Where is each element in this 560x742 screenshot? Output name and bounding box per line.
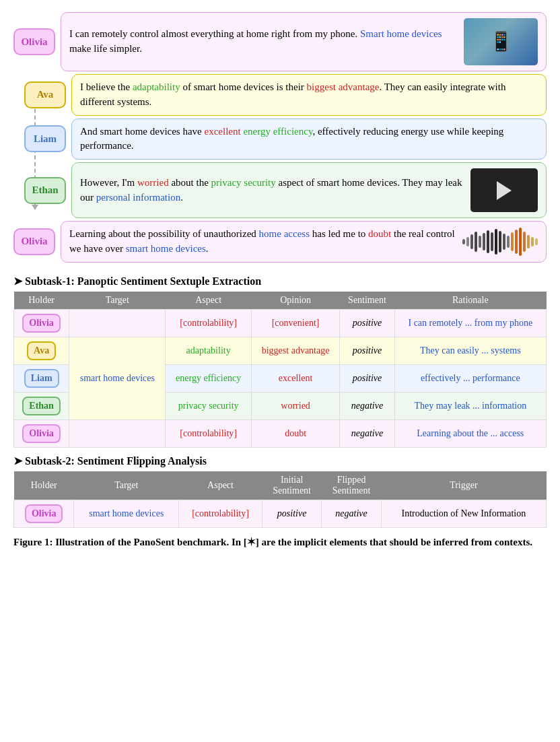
col-target-1: Target xyxy=(69,292,166,310)
col-aspect-1: Aspect xyxy=(166,292,251,310)
highlight-privacy-security: privacy security xyxy=(211,177,276,188)
rationale-s1-r5: Learning about the ... access xyxy=(394,419,546,447)
opinion-s1-r5: doubt xyxy=(251,419,339,447)
holder-olivia-s2: Olivia xyxy=(14,500,74,527)
subtask2-table: Holder Target Aspect InitialSentiment Fl… xyxy=(13,471,547,528)
subtask2-title: ➤ Subtask-2: Sentiment Flipping Analysis xyxy=(13,454,547,467)
table-row: Olivia smart home devices [controlabilit… xyxy=(14,500,547,527)
bubble-olivia2: Learning about the possibility of unauth… xyxy=(61,221,547,263)
opinion-s1-r4: worried xyxy=(251,392,339,419)
aspect-s1-r4: privacy security xyxy=(166,392,251,419)
subtask1-section: ➤ Subtask-1: Panoptic Sentiment Sextuple… xyxy=(13,275,547,448)
holder-ethan-s1: Ethan xyxy=(14,392,69,419)
avatar-ava1: Ava xyxy=(24,81,66,108)
subtask1-title: ➤ Subtask-1: Panoptic Sentiment Sextuple… xyxy=(13,275,547,288)
bubble-liam1: And smart home devices have excellent en… xyxy=(71,119,547,160)
aspect-s1-r3: energy efficiency xyxy=(166,364,251,392)
holder-olivia-s1-r1: Olivia xyxy=(14,309,69,337)
bubble-row-olivia1: Olivia I can remotely control almost eve… xyxy=(13,12,547,71)
subtask2-section: ➤ Subtask-2: Sentiment Flipping Analysis… xyxy=(13,454,547,528)
col-flipped-sentiment: FlippedSentiment xyxy=(322,471,381,500)
aspect-s1-r5: [controlability] xyxy=(166,419,251,447)
col-opinion-1: Opinion xyxy=(251,292,339,310)
bubble-row-ava1: Ava I believe the adaptability of smart … xyxy=(13,74,547,116)
wave-bar-3 xyxy=(470,234,473,249)
table-row: Olivia [controlability] [convenient] pos… xyxy=(14,309,547,337)
highlight-doubt: doubt xyxy=(368,228,391,239)
rationale-s1-r2: They can easily ... systems xyxy=(394,337,546,364)
wave-bar-14 xyxy=(515,230,518,254)
col-initial-sentiment: InitialSentiment xyxy=(262,471,321,500)
highlight-smart-home2: smart home devices xyxy=(126,243,206,254)
waveform xyxy=(462,228,538,256)
opinion-s1-r1: [convenient] xyxy=(251,309,339,337)
opinion-s1-r3: excellent xyxy=(251,364,339,392)
avatar-olivia2: Olivia xyxy=(13,228,55,255)
spacer-ava xyxy=(13,74,19,116)
wave-bar-1 xyxy=(462,239,465,244)
bubble-text-ethan1: However, I'm worried about the privacy s… xyxy=(80,176,464,205)
col-target-2: Target xyxy=(74,471,179,500)
subtask1-table: Holder Target Aspect Opinion Sentiment R… xyxy=(13,292,547,448)
table-row: Olivia [controlability] doubt negative L… xyxy=(14,419,547,447)
bubble-text-olivia1: I can remotely control almost everything… xyxy=(69,27,457,57)
holder-olivia-s1-r5: Olivia xyxy=(14,419,69,447)
wave-bar-17 xyxy=(527,235,530,248)
sentiment-s1-r3: positive xyxy=(340,364,394,392)
col-aspect-2: Aspect xyxy=(179,471,262,500)
target-s1-r1 xyxy=(69,309,166,337)
rationale-s1-r3: effectively ... performance xyxy=(394,364,546,392)
bubble-row-olivia2: Olivia Learning about the possibility of… xyxy=(13,221,547,263)
spacer-ethan xyxy=(13,162,19,218)
sentiment-s1-r1: positive xyxy=(340,309,394,337)
caption-bold: Figure 1: Illustration of the PanoSent b… xyxy=(13,537,532,547)
aspect-s1-r1: [controlability] xyxy=(166,309,251,337)
highlight-smart-home: Smart home devices xyxy=(360,28,442,39)
wave-bar-16 xyxy=(523,232,526,252)
bubble-text-liam1: And smart home devices have excellent en… xyxy=(80,126,503,151)
rationale-s1-r1: I can remotely ... from my phone xyxy=(394,309,546,337)
bubble-row-liam1: Liam And smart home devices have excelle… xyxy=(13,119,547,160)
conversation-section: Olivia I can remotely control almost eve… xyxy=(13,12,547,265)
flipped-sentiment-s2-r1: negative xyxy=(322,500,381,527)
wave-bar-11 xyxy=(503,234,505,250)
wave-bar-10 xyxy=(499,231,501,252)
col-rationale-1: Rationale xyxy=(394,292,546,310)
play-icon xyxy=(497,181,512,200)
group-ava-liam-ethan: Ava I believe the adaptability of smart … xyxy=(13,74,547,221)
wave-bar-8 xyxy=(491,232,493,251)
sentiment-s1-r4: negative xyxy=(340,392,394,419)
avatar-ethan1: Ethan xyxy=(24,177,66,204)
sentiment-s1-r5: negative xyxy=(340,419,394,447)
highlight-personal-info: personal information xyxy=(96,192,180,203)
arrow-icon-2: ➤ xyxy=(13,455,25,467)
highlight-worried: worried xyxy=(137,177,169,188)
aspect-s2-r1: [controlability] xyxy=(179,500,262,527)
video-thumb xyxy=(470,168,538,212)
col-holder-1: Holder xyxy=(14,292,69,310)
bubble-text-ava1: I believe the adaptability of smart home… xyxy=(80,81,505,107)
wave-bar-9 xyxy=(495,229,497,255)
highlight-energy-efficiency: energy efficiency xyxy=(243,126,312,137)
wave-bar-4 xyxy=(475,232,477,252)
wave-bar-18 xyxy=(531,237,534,246)
rationale-s1-r4: They may leak ... information xyxy=(394,392,546,419)
avatar-liam1: Liam xyxy=(24,125,66,152)
wave-bar-19 xyxy=(535,238,538,245)
highlight-home-access: home access xyxy=(259,228,310,239)
opinion-s1-r2: biggest advantage xyxy=(251,337,339,364)
aspect-s1-r2: adaptability xyxy=(166,337,251,364)
sentiment-s1-r2: positive xyxy=(340,337,394,364)
home-img-inner: 📱 xyxy=(464,18,538,65)
wave-bar-7 xyxy=(487,230,489,253)
target-s1-r2: smart home devices xyxy=(69,337,166,419)
table-row: Ava smart home devices adaptability bigg… xyxy=(14,337,547,364)
bubble-text-olivia2: Learning about the possibility of unauth… xyxy=(69,227,456,257)
wave-bar-15 xyxy=(519,228,522,256)
highlight-excellent: excellent xyxy=(205,126,241,137)
col-trigger: Trigger xyxy=(381,471,546,500)
initial-sentiment-s2-r1: positive xyxy=(262,500,321,527)
col-holder-2: Holder xyxy=(14,471,74,500)
spacer-liam xyxy=(13,119,19,160)
bubble-olivia1: I can remotely control almost everything… xyxy=(61,12,547,71)
